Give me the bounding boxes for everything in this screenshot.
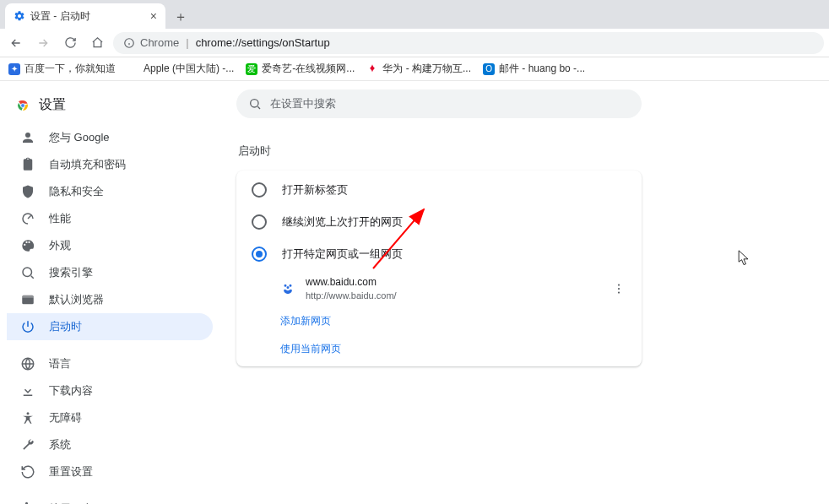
sidebar-item-autofill[interactable]: 自动填充和密码 bbox=[7, 151, 213, 178]
clipboard-icon bbox=[20, 157, 35, 172]
settings-search[interactable]: 在设置中搜索 bbox=[236, 89, 642, 118]
sidebar-item-languages[interactable]: 语言 bbox=[7, 350, 213, 377]
sidebar-item-performance[interactable]: 性能 bbox=[7, 205, 213, 232]
url-scheme: Chrome bbox=[140, 36, 179, 49]
add-page-link[interactable]: 添加新网页 bbox=[236, 307, 642, 335]
sidebar-item-appearance[interactable]: 外观 bbox=[7, 232, 213, 259]
sidebar-item-system[interactable]: 系统 bbox=[7, 431, 213, 458]
gear-icon bbox=[14, 10, 25, 22]
bookmark-item[interactable]: ✦百度一下，你就知道 bbox=[8, 62, 116, 76]
radio-new-tab[interactable]: 打开新标签页 bbox=[236, 174, 642, 206]
tab-strip: 设置 - 启动时 × ＋ bbox=[0, 0, 829, 29]
huawei-icon bbox=[366, 63, 378, 75]
svg-point-11 bbox=[251, 100, 258, 107]
bookmark-item[interactable]: Apple (中国大陆) -... bbox=[127, 62, 234, 76]
speedometer-icon bbox=[20, 211, 35, 226]
sidebar-item-you-google[interactable]: 您与 Google bbox=[7, 124, 213, 151]
sidebar-item-downloads[interactable]: 下载内容 bbox=[7, 377, 213, 404]
baidu-icon bbox=[280, 281, 295, 296]
svg-point-14 bbox=[618, 291, 620, 293]
power-icon bbox=[20, 319, 35, 334]
back-button[interactable] bbox=[5, 32, 27, 54]
settings-header: 设置 bbox=[0, 89, 219, 124]
info-icon bbox=[123, 37, 135, 49]
chrome-logo-icon bbox=[15, 98, 30, 113]
omnibox[interactable]: Chrome | chrome://settings/onStartup bbox=[113, 32, 824, 54]
sidebar-item-privacy[interactable]: 隐私和安全 bbox=[7, 178, 213, 205]
palette-icon bbox=[20, 238, 35, 253]
sidebar-item-default-browser[interactable]: 默认浏览器 bbox=[7, 286, 213, 313]
browser-tab[interactable]: 设置 - 启动时 × bbox=[5, 3, 165, 29]
reset-icon bbox=[20, 464, 35, 480]
startup-card: 打开新标签页 继续浏览上次打开的网页 打开特定网页或一组网页 www.baidu… bbox=[236, 171, 642, 366]
startup-page-text: www.baidu.com http://www.baidu.com/ bbox=[306, 275, 601, 302]
forward-button[interactable] bbox=[32, 32, 54, 54]
accessibility-icon bbox=[20, 410, 35, 425]
url-separator: | bbox=[186, 36, 188, 49]
new-tab-button[interactable]: ＋ bbox=[169, 5, 192, 29]
sidebar-item-accessibility[interactable]: 无障碍 bbox=[7, 404, 213, 431]
sidebar-item-reset[interactable]: 重置设置 bbox=[7, 458, 213, 485]
svg-point-13 bbox=[618, 288, 620, 290]
paw-icon: ✦ bbox=[8, 63, 20, 75]
iqiyi-icon: 爱 bbox=[246, 63, 257, 75]
apple-icon bbox=[127, 63, 139, 75]
url-text: chrome://settings/onStartup bbox=[196, 36, 330, 49]
download-icon bbox=[20, 383, 35, 398]
wrench-icon bbox=[20, 437, 35, 453]
svg-rect-6 bbox=[22, 295, 34, 298]
use-current-link[interactable]: 使用当前网页 bbox=[236, 335, 642, 363]
radio-icon bbox=[252, 182, 267, 198]
shield-icon bbox=[20, 184, 35, 199]
radio-icon bbox=[252, 214, 267, 230]
sidebar-item-extensions[interactable]: 扩展程序 bbox=[7, 496, 213, 504]
svg-point-8 bbox=[27, 412, 30, 415]
sidebar-item-search[interactable]: 搜索引擎 bbox=[7, 259, 213, 286]
bookmark-item[interactable]: 爱爱奇艺-在线视频网... bbox=[246, 62, 355, 76]
close-icon[interactable]: × bbox=[150, 9, 157, 23]
bookmark-item[interactable]: 华为 - 构建万物互... bbox=[366, 62, 471, 76]
reload-button[interactable] bbox=[59, 32, 81, 54]
outlook-icon: O bbox=[483, 63, 495, 75]
settings-page: 设置 您与 Google 自动填充和密码 隐私和安全 性能 外观 搜索引擎 默认… bbox=[0, 81, 829, 504]
tab-title: 设置 - 启动时 bbox=[30, 9, 145, 24]
radio-continue[interactable]: 继续浏览上次打开的网页 bbox=[236, 206, 642, 238]
home-button[interactable] bbox=[86, 32, 108, 54]
sidebar-item-onstartup[interactable]: 启动时 bbox=[7, 313, 213, 340]
bookmark-item[interactable]: O邮件 - huang bo -... bbox=[483, 62, 585, 76]
svg-point-12 bbox=[618, 284, 620, 285]
bookmarks-bar: ✦百度一下，你就知道 Apple (中国大陆) -... 爱爱奇艺-在线视频网.… bbox=[0, 57, 829, 81]
svg-point-4 bbox=[23, 268, 32, 277]
radio-icon bbox=[252, 247, 267, 262]
search-icon bbox=[248, 97, 262, 111]
person-icon bbox=[20, 130, 35, 145]
settings-sidebar: 设置 您与 Google 自动填充和密码 隐私和安全 性能 外观 搜索引擎 默认… bbox=[0, 81, 219, 504]
browser-icon bbox=[20, 292, 35, 307]
settings-main: 在设置中搜索 启动时 打开新标签页 继续浏览上次打开的网页 打开特定网页或一组网… bbox=[219, 81, 829, 504]
startup-page-entry[interactable]: www.baidu.com http://www.baidu.com/ bbox=[236, 270, 642, 307]
search-placeholder: 在设置中搜索 bbox=[270, 96, 336, 111]
section-title: 启动时 bbox=[238, 144, 812, 159]
more-icon[interactable] bbox=[611, 281, 626, 296]
address-bar: Chrome | chrome://settings/onStartup bbox=[0, 29, 829, 57]
search-icon bbox=[20, 265, 35, 280]
settings-title: 设置 bbox=[39, 96, 66, 114]
radio-specific-pages[interactable]: 打开特定网页或一组网页 bbox=[236, 238, 642, 270]
globe-icon bbox=[20, 356, 35, 371]
